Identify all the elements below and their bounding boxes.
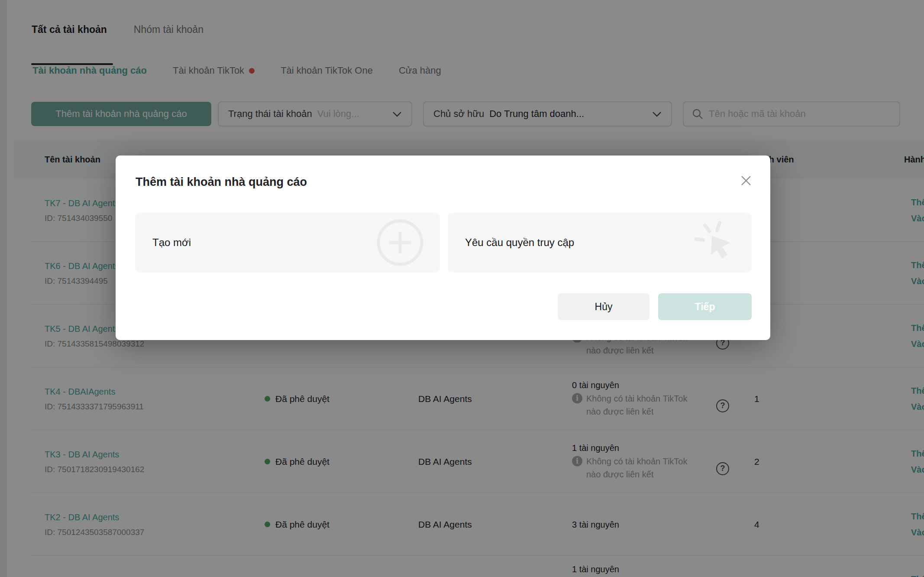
next-button[interactable]: Tiếp [658,293,752,320]
option-label: Yêu cầu quyền truy cập [465,237,574,249]
add-advertiser-account-modal: Thêm tài khoản nhà quảng cáo Tạo mới Yêu… [116,156,770,340]
click-cursor-icon [693,221,736,264]
option-label: Tạo mới [152,237,191,249]
request-access-option-card[interactable]: Yêu cầu quyền truy cập [448,213,752,272]
cancel-button[interactable]: Hủy [558,293,649,320]
plus-circle-icon [376,218,424,267]
modal-title: Thêm tài khoản nhà quảng cáo [136,175,307,189]
close-icon[interactable] [740,175,752,187]
create-new-option-card[interactable]: Tạo mới [135,213,440,272]
